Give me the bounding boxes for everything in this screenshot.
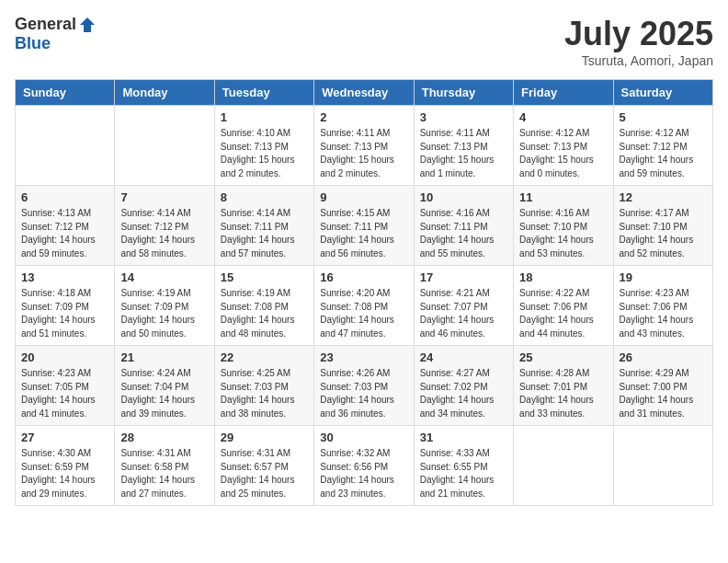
day-cell: 19Sunrise: 4:23 AM Sunset: 7:06 PM Dayli…	[613, 266, 712, 346]
logo-general: General	[15, 15, 76, 34]
day-cell: 16Sunrise: 4:20 AM Sunset: 7:08 PM Dayli…	[314, 266, 414, 346]
day-cell: 25Sunrise: 4:28 AM Sunset: 7:01 PM Dayli…	[514, 346, 613, 426]
day-info: Sunrise: 4:27 AM Sunset: 7:02 PM Dayligh…	[420, 367, 507, 420]
day-number: 22	[221, 350, 308, 364]
day-number: 18	[519, 270, 607, 284]
day-info: Sunrise: 4:26 AM Sunset: 7:03 PM Dayligh…	[320, 367, 407, 420]
title-area: July 2025 Tsuruta, Aomori, Japan	[564, 15, 713, 68]
day-info: Sunrise: 4:11 AM Sunset: 7:13 PM Dayligh…	[320, 127, 407, 180]
day-info: Sunrise: 4:14 AM Sunset: 7:12 PM Dayligh…	[120, 207, 208, 260]
day-cell: 14Sunrise: 4:19 AM Sunset: 7:09 PM Dayli…	[115, 266, 214, 346]
header-saturday: Saturday	[613, 80, 712, 106]
day-cell: 24Sunrise: 4:27 AM Sunset: 7:02 PM Dayli…	[414, 346, 513, 426]
day-number: 8	[221, 190, 308, 204]
day-cell: 22Sunrise: 4:25 AM Sunset: 7:03 PM Dayli…	[214, 346, 313, 426]
day-info: Sunrise: 4:16 AM Sunset: 7:11 PM Dayligh…	[420, 207, 507, 260]
day-number: 20	[21, 350, 108, 364]
day-cell: 4Sunrise: 4:12 AM Sunset: 7:13 PM Daylig…	[514, 106, 613, 186]
day-info: Sunrise: 4:18 AM Sunset: 7:09 PM Dayligh…	[21, 287, 108, 340]
day-number: 3	[420, 110, 507, 124]
header-friday: Friday	[514, 80, 613, 106]
day-info: Sunrise: 4:10 AM Sunset: 7:13 PM Dayligh…	[221, 127, 308, 180]
header-tuesday: Tuesday	[214, 80, 313, 106]
day-number: 24	[420, 350, 507, 364]
day-info: Sunrise: 4:12 AM Sunset: 7:13 PM Dayligh…	[519, 127, 607, 180]
day-info: Sunrise: 4:15 AM Sunset: 7:11 PM Dayligh…	[320, 207, 407, 260]
day-info: Sunrise: 4:16 AM Sunset: 7:10 PM Dayligh…	[519, 207, 607, 260]
day-number: 7	[120, 190, 208, 204]
day-number: 10	[420, 190, 507, 204]
day-cell: 29Sunrise: 4:31 AM Sunset: 6:57 PM Dayli…	[214, 426, 313, 506]
day-info: Sunrise: 4:19 AM Sunset: 7:09 PM Dayligh…	[120, 287, 208, 340]
day-cell: 10Sunrise: 4:16 AM Sunset: 7:11 PM Dayli…	[414, 186, 513, 266]
day-number: 4	[519, 110, 607, 124]
day-info: Sunrise: 4:17 AM Sunset: 7:10 PM Dayligh…	[620, 207, 707, 260]
day-number: 6	[21, 190, 108, 204]
day-cell	[514, 426, 613, 506]
page-header: General Blue July 2025 Tsuruta, Aomori, …	[15, 15, 713, 68]
day-number: 17	[420, 270, 507, 284]
day-info: Sunrise: 4:23 AM Sunset: 7:05 PM Dayligh…	[21, 367, 108, 420]
day-cell: 27Sunrise: 4:30 AM Sunset: 6:59 PM Dayli…	[16, 426, 115, 506]
day-info: Sunrise: 4:11 AM Sunset: 7:13 PM Dayligh…	[420, 127, 507, 180]
day-info: Sunrise: 4:22 AM Sunset: 7:06 PM Dayligh…	[519, 287, 607, 340]
day-cell: 8Sunrise: 4:14 AM Sunset: 7:11 PM Daylig…	[214, 186, 313, 266]
week-row-4: 27Sunrise: 4:30 AM Sunset: 6:59 PM Dayli…	[16, 426, 713, 506]
day-cell: 30Sunrise: 4:32 AM Sunset: 6:56 PM Dayli…	[314, 426, 414, 506]
day-cell	[16, 106, 115, 186]
header-sunday: Sunday	[16, 80, 115, 106]
day-info: Sunrise: 4:29 AM Sunset: 7:00 PM Dayligh…	[620, 367, 707, 420]
day-cell: 28Sunrise: 4:31 AM Sunset: 6:58 PM Dayli…	[115, 426, 214, 506]
day-cell: 1Sunrise: 4:10 AM Sunset: 7:13 PM Daylig…	[214, 106, 313, 186]
header-thursday: Thursday	[414, 80, 513, 106]
day-cell: 21Sunrise: 4:24 AM Sunset: 7:04 PM Dayli…	[115, 346, 214, 426]
day-number: 12	[620, 190, 707, 204]
day-number: 9	[320, 190, 407, 204]
header-wednesday: Wednesday	[314, 80, 414, 106]
day-number: 15	[221, 270, 308, 284]
day-number: 23	[320, 350, 407, 364]
day-cell: 26Sunrise: 4:29 AM Sunset: 7:00 PM Dayli…	[613, 346, 712, 426]
day-cell: 20Sunrise: 4:23 AM Sunset: 7:05 PM Dayli…	[16, 346, 115, 426]
day-number: 26	[620, 350, 707, 364]
week-row-2: 13Sunrise: 4:18 AM Sunset: 7:09 PM Dayli…	[16, 266, 713, 346]
day-number: 19	[620, 270, 707, 284]
day-number: 1	[221, 110, 308, 124]
day-cell: 3Sunrise: 4:11 AM Sunset: 7:13 PM Daylig…	[414, 106, 513, 186]
day-cell: 12Sunrise: 4:17 AM Sunset: 7:10 PM Dayli…	[613, 186, 712, 266]
day-cell: 23Sunrise: 4:26 AM Sunset: 7:03 PM Dayli…	[314, 346, 414, 426]
day-number: 21	[120, 350, 208, 364]
calendar-header-row: SundayMondayTuesdayWednesdayThursdayFrid…	[16, 80, 713, 106]
day-number: 16	[320, 270, 407, 284]
day-number: 30	[320, 431, 407, 444]
day-number: 27	[21, 431, 108, 444]
day-info: Sunrise: 4:28 AM Sunset: 7:01 PM Dayligh…	[519, 367, 607, 420]
day-info: Sunrise: 4:12 AM Sunset: 7:12 PM Dayligh…	[620, 127, 707, 180]
day-info: Sunrise: 4:31 AM Sunset: 6:58 PM Dayligh…	[120, 447, 208, 500]
day-info: Sunrise: 4:21 AM Sunset: 7:07 PM Dayligh…	[420, 287, 507, 340]
day-info: Sunrise: 4:32 AM Sunset: 6:56 PM Dayligh…	[320, 447, 407, 500]
day-info: Sunrise: 4:30 AM Sunset: 6:59 PM Dayligh…	[21, 447, 108, 500]
logo-icon	[78, 16, 97, 34]
day-info: Sunrise: 4:20 AM Sunset: 7:08 PM Dayligh…	[320, 287, 407, 340]
day-cell: 13Sunrise: 4:18 AM Sunset: 7:09 PM Dayli…	[16, 266, 115, 346]
month-title: July 2025	[564, 15, 713, 53]
day-cell: 17Sunrise: 4:21 AM Sunset: 7:07 PM Dayli…	[414, 266, 513, 346]
day-cell: 18Sunrise: 4:22 AM Sunset: 7:06 PM Dayli…	[514, 266, 613, 346]
day-number: 25	[519, 350, 607, 364]
day-info: Sunrise: 4:13 AM Sunset: 7:12 PM Dayligh…	[21, 207, 108, 260]
day-cell: 31Sunrise: 4:33 AM Sunset: 6:55 PM Dayli…	[414, 426, 513, 506]
day-number: 28	[120, 431, 208, 444]
day-info: Sunrise: 4:14 AM Sunset: 7:11 PM Dayligh…	[221, 207, 308, 260]
calendar-table: SundayMondayTuesdayWednesdayThursdayFrid…	[15, 79, 713, 506]
day-number: 14	[120, 270, 208, 284]
day-info: Sunrise: 4:31 AM Sunset: 6:57 PM Dayligh…	[221, 447, 308, 500]
week-row-3: 20Sunrise: 4:23 AM Sunset: 7:05 PM Dayli…	[16, 346, 713, 426]
day-cell: 9Sunrise: 4:15 AM Sunset: 7:11 PM Daylig…	[314, 186, 414, 266]
svg-marker-0	[80, 17, 95, 32]
day-cell: 11Sunrise: 4:16 AM Sunset: 7:10 PM Dayli…	[514, 186, 613, 266]
day-cell: 5Sunrise: 4:12 AM Sunset: 7:12 PM Daylig…	[613, 106, 712, 186]
week-row-0: 1Sunrise: 4:10 AM Sunset: 7:13 PM Daylig…	[16, 106, 713, 186]
day-number: 13	[21, 270, 108, 284]
day-info: Sunrise: 4:25 AM Sunset: 7:03 PM Dayligh…	[221, 367, 308, 420]
